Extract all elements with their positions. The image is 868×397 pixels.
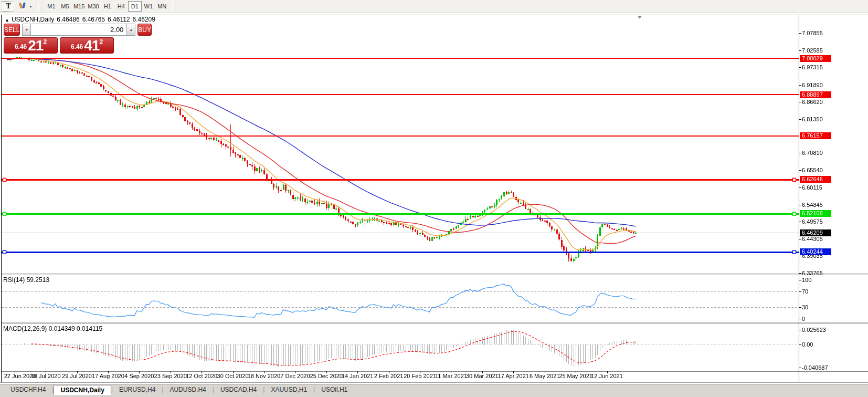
rsi-axis-label: 0 bbox=[802, 316, 805, 322]
buy-price-pips: 41 bbox=[84, 38, 99, 53]
buy-button[interactable]: BUY bbox=[137, 24, 152, 36]
chart-ohlc-header: ▲USDCNH,Daily6.464866.467656.461126.4620… bbox=[5, 16, 158, 23]
timeframe-m15[interactable]: M15 bbox=[72, 1, 86, 12]
date-axis-label: 30 Mar 2021 bbox=[466, 373, 499, 379]
price-axis-label: 6.65540 bbox=[802, 167, 823, 173]
tab-audusd-h4[interactable]: AUDUSD,H4 bbox=[163, 384, 212, 395]
mt4-window: T ▼ M1M5M15M30H1H4D1W1MN ▲USDCNH,Daily6.… bbox=[0, 0, 868, 397]
date-axis-label: 4 Sep 2020 bbox=[124, 373, 154, 379]
macd-axis-label: 0.025623 bbox=[802, 327, 826, 333]
date-axis-label: 11 Mar 2021 bbox=[435, 373, 467, 379]
date-axis-label: 12 Oct 2020 bbox=[186, 373, 217, 379]
chevron-down-icon: ▼ bbox=[29, 5, 33, 8]
level-price-tag[interactable]: 6.40244 bbox=[800, 248, 831, 255]
date-axis-label: 7 Dec 2020 bbox=[280, 373, 310, 379]
chart-symbol-title: USDCNH,Daily bbox=[12, 16, 54, 23]
price-axis-label: 6.91890 bbox=[802, 82, 823, 88]
price-axis-label: 6.86620 bbox=[802, 99, 823, 105]
date-axis-label: 18 Nov 2020 bbox=[248, 373, 280, 379]
ohlc-high: 6.46765 bbox=[82, 16, 105, 23]
sell-price-pips: 21 bbox=[28, 38, 43, 53]
date-axis-label: 14 Jan 2021 bbox=[342, 373, 374, 379]
ohlc-low: 6.46112 bbox=[108, 16, 130, 23]
date-axis-label: 17 Aug 2020 bbox=[92, 373, 124, 379]
chart-canvas[interactable] bbox=[0, 0, 868, 397]
level-price-tag[interactable]: 7.00029 bbox=[800, 55, 831, 62]
date-axis-label: 12 Jun 2021 bbox=[591, 373, 623, 379]
date-axis-label: 6 May 2021 bbox=[530, 373, 559, 379]
timeframe-mn[interactable]: MN bbox=[155, 1, 169, 12]
lot-size-stepper: ▼ ▲ bbox=[22, 24, 135, 36]
timeframe-m5[interactable]: M5 bbox=[58, 1, 72, 12]
ohlc-open: 6.46486 bbox=[57, 16, 79, 23]
toolbar-separator bbox=[172, 2, 175, 11]
timeframe-d1[interactable]: D1 bbox=[128, 1, 142, 12]
tab-usoil-h1[interactable]: USOil,H1 bbox=[315, 384, 354, 395]
date-axis-label: 23 Sep 2020 bbox=[154, 373, 187, 379]
price-axis-label: 6.49575 bbox=[802, 218, 823, 225]
status-strip bbox=[0, 395, 868, 397]
timeframe-button-group: M1M5M15M30H1H4D1W1MN bbox=[45, 1, 169, 12]
current-price-tag: 6.46209 bbox=[800, 229, 831, 236]
lot-increase-button[interactable]: ▲ bbox=[126, 24, 135, 36]
toolbar-separator bbox=[38, 2, 41, 11]
rsi-pane-label: RSI(14) 59.2513 bbox=[3, 276, 49, 284]
price-axis-label: 7.07855 bbox=[802, 30, 823, 36]
lot-decrease-button[interactable]: ▼ bbox=[22, 24, 31, 36]
date-axis-label: 30 Oct 2020 bbox=[217, 373, 249, 379]
timeframe-w1[interactable]: W1 bbox=[142, 1, 155, 12]
buy-price-prefix: 6.46 bbox=[71, 43, 83, 50]
price-axis-label: 6.60115 bbox=[802, 184, 822, 191]
rsi-axis-label: 30 bbox=[802, 304, 808, 310]
date-axis-label: 20 Feb 2021 bbox=[404, 373, 436, 379]
top-toolbar: T ▼ M1M5M15M30H1H4D1W1MN bbox=[0, 0, 868, 13]
price-axis-label: 7.02585 bbox=[802, 47, 823, 54]
date-axis-label: 17 Apr 2021 bbox=[498, 373, 529, 379]
level-price-tag[interactable]: 6.76157 bbox=[800, 132, 831, 139]
sell-price-panel[interactable]: 6.46 21 2 bbox=[4, 37, 58, 54]
tab-eurusd-h4[interactable]: EURUSD,H4 bbox=[113, 384, 162, 395]
macd-axis-label: 0.00 bbox=[802, 341, 813, 348]
buy-price-fraction: 2 bbox=[99, 38, 103, 46]
buy-price-panel[interactable]: 6.46 41 2 bbox=[60, 37, 114, 54]
sell-price-fraction: 2 bbox=[43, 38, 47, 46]
price-axis-label: 6.70810 bbox=[802, 150, 823, 156]
date-axis-label: 2 Feb 2021 bbox=[374, 373, 404, 379]
price-axis-label: 6.81350 bbox=[802, 116, 823, 122]
level-price-tag[interactable]: 6.62646 bbox=[800, 176, 831, 183]
price-axis-label: 6.44305 bbox=[802, 236, 823, 242]
sell-price-prefix: 6.46 bbox=[15, 43, 27, 50]
chart-tab-bar: USDCHF,H4|USDCNH,Daily|EURUSD,H4|AUDUSD,… bbox=[0, 384, 868, 395]
level-price-tag[interactable]: 6.88897 bbox=[800, 91, 831, 98]
timeframe-h4[interactable]: H4 bbox=[114, 1, 128, 12]
chart-styles-button[interactable]: ▼ bbox=[17, 1, 34, 12]
level-price-tag[interactable]: 6.52108 bbox=[800, 210, 831, 217]
macd-axis-label: -0.040687 bbox=[802, 364, 828, 371]
timeframe-m30[interactable]: M30 bbox=[86, 1, 100, 12]
timeframe-m1[interactable]: M1 bbox=[45, 1, 58, 12]
macd-pane-label: MACD(12,26,9) 0.014349 0.014115 bbox=[3, 325, 102, 332]
sell-button[interactable]: SELL bbox=[4, 24, 20, 36]
tab-usdcnh-daily[interactable]: USDCNH,Daily bbox=[54, 385, 111, 395]
rsi-axis-label: 70 bbox=[802, 288, 808, 295]
lot-size-input[interactable] bbox=[31, 24, 126, 36]
collapse-panel-icon[interactable]: ▲ bbox=[5, 17, 9, 23]
tab-xauusd-h1[interactable]: XAUUSD,H1 bbox=[264, 384, 313, 395]
price-axis-label: 6.54845 bbox=[802, 202, 823, 208]
date-axis-label: 10 Jul 2020 bbox=[31, 373, 61, 379]
rsi-axis-label: 100 bbox=[802, 277, 811, 283]
ohlc-close: 6.46209 bbox=[133, 16, 155, 23]
price-axis-label: 6.97315 bbox=[802, 64, 823, 70]
one-click-trade-widget: SELL ▼ ▲ BUY 6.46 21 2 6.46 41 2 bbox=[4, 24, 114, 54]
tab-usdcad-h4[interactable]: USDCAD,H4 bbox=[214, 384, 263, 395]
text-label-tool-icon[interactable]: T bbox=[2, 1, 15, 12]
date-axis-label: 25 Dec 2020 bbox=[310, 373, 343, 379]
date-axis-label: 25 May 2021 bbox=[559, 373, 592, 379]
timeframe-h1[interactable]: H1 bbox=[101, 1, 114, 12]
crayons-icon bbox=[19, 2, 27, 12]
tab-usdchf-h4[interactable]: USDCHF,H4 bbox=[4, 384, 52, 395]
date-axis-label: 29 Jul 2020 bbox=[62, 373, 92, 379]
price-axis-label: 6.33765 bbox=[802, 270, 823, 276]
